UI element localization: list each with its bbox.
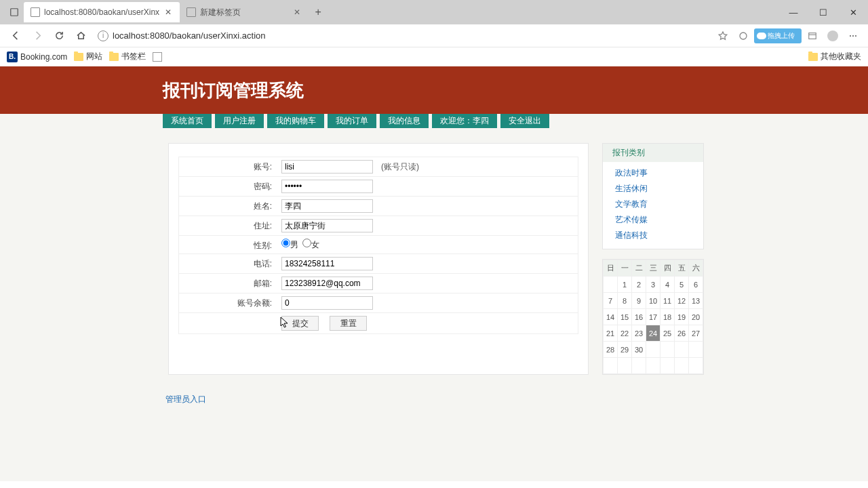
email-input[interactable] <box>281 277 373 290</box>
cal-day[interactable]: 4 <box>660 277 675 293</box>
category-item[interactable]: 生活休闲 <box>603 181 703 197</box>
label-email: 邮箱: <box>179 274 277 293</box>
folder-icon <box>74 53 83 61</box>
svg-point-1 <box>740 33 747 39</box>
cal-day[interactable]: 16 <box>632 309 646 325</box>
url-input[interactable]: i localhost:8080/baokan/userXinxi.action <box>92 26 712 45</box>
cal-day[interactable]: 11 <box>660 293 675 309</box>
cal-day[interactable]: 27 <box>689 325 703 342</box>
tab-1[interactable]: 新建标签页 ✕ <box>180 2 309 22</box>
submit-button[interactable]: 提交 <box>281 316 319 331</box>
cal-day[interactable]: 13 <box>689 293 703 309</box>
cal-day[interactable]: 1 <box>618 277 632 293</box>
booking-icon: B. <box>7 52 18 62</box>
back-button[interactable] <box>5 26 26 46</box>
url-bar: i localhost:8080/baokan/userXinxi.action… <box>0 24 868 47</box>
cal-day[interactable]: 21 <box>604 325 618 342</box>
favorites-icon[interactable] <box>713 26 732 45</box>
tab-title: localhost:8080/baokan/userXinx <box>44 7 159 17</box>
cal-day <box>632 358 646 374</box>
folder-icon <box>808 53 818 61</box>
cal-dow: 日 <box>604 260 618 277</box>
other-bookmarks[interactable]: 其他收藏夹 <box>808 51 861 62</box>
maximize-button[interactable]: ☐ <box>808 0 838 24</box>
category-item[interactable]: 文学教育 <box>603 197 703 212</box>
admin-link[interactable]: 管理员入口 <box>165 394 206 404</box>
cal-day[interactable]: 5 <box>675 277 689 293</box>
category-item[interactable]: 通信科技 <box>603 228 703 243</box>
new-tab-button[interactable]: + <box>309 3 328 22</box>
name-input[interactable] <box>281 199 373 213</box>
cal-day[interactable]: 19 <box>675 309 689 325</box>
address-input[interactable] <box>281 219 373 232</box>
cal-day[interactable]: 26 <box>675 325 689 342</box>
nav-register[interactable]: 用户注册 <box>215 114 264 128</box>
cloud-icon <box>757 33 766 39</box>
tab-actions-icon[interactable] <box>5 3 24 21</box>
extension-icon[interactable] <box>734 26 753 45</box>
cal-dow: 四 <box>660 260 675 277</box>
profile-icon[interactable] <box>823 26 842 45</box>
cal-day[interactable]: 7 <box>604 293 618 309</box>
close-button[interactable]: ✕ <box>838 0 868 24</box>
site-info-icon[interactable]: i <box>98 30 108 41</box>
balance-input[interactable] <box>281 296 373 310</box>
cal-dow: 六 <box>689 260 703 277</box>
bookmark-folder-1[interactable]: 网站 <box>74 51 102 62</box>
refresh-button[interactable] <box>49 26 69 46</box>
cal-day[interactable]: 10 <box>646 293 660 309</box>
cal-day[interactable]: 24 <box>646 325 660 342</box>
radio-female[interactable] <box>302 239 311 247</box>
radio-male[interactable] <box>281 239 290 247</box>
admin-link-wrap: 管理员入口 <box>165 394 868 405</box>
bookmark-page[interactable] <box>153 52 162 62</box>
home-button[interactable] <box>71 26 91 46</box>
collections-icon[interactable] <box>803 26 822 45</box>
label-phone: 电话: <box>179 254 277 273</box>
cal-day[interactable]: 20 <box>689 309 703 325</box>
category-header: 报刊类别 <box>603 144 703 162</box>
cal-day[interactable]: 15 <box>618 309 632 325</box>
gender-female[interactable]: 女 <box>302 239 319 251</box>
reset-button[interactable]: 重置 <box>330 316 367 331</box>
cal-day[interactable]: 23 <box>632 325 646 342</box>
cal-day[interactable]: 12 <box>675 293 689 309</box>
cal-day[interactable]: 14 <box>604 309 618 325</box>
cal-day[interactable]: 3 <box>646 277 660 293</box>
category-item[interactable]: 政法时事 <box>603 165 703 181</box>
nav-cart[interactable]: 我的购物车 <box>267 114 324 128</box>
url-text: localhost:8080/baokan/userXinxi.action <box>113 30 265 41</box>
nav-home[interactable]: 系统首页 <box>163 114 212 128</box>
nav-logout[interactable]: 安全退出 <box>500 114 549 128</box>
close-icon[interactable]: ✕ <box>292 7 302 17</box>
svg-point-3 <box>827 30 838 41</box>
nav-menu: 系统首页 用户注册 我的购物车 我的订单 我的信息 欢迎您：李四 安全退出 <box>0 114 868 131</box>
category-item[interactable]: 艺术传媒 <box>603 212 703 228</box>
cal-day[interactable]: 6 <box>689 277 703 293</box>
phone-input[interactable] <box>281 257 373 270</box>
cal-day[interactable]: 30 <box>632 342 646 358</box>
label-account: 账号: <box>179 157 277 176</box>
bookmark-folder-2[interactable]: 书签栏 <box>109 51 146 62</box>
cal-day[interactable]: 22 <box>618 325 632 342</box>
page-body: 报刊订阅管理系统 系统首页 用户注册 我的购物车 我的订单 我的信息 欢迎您：李… <box>0 66 868 481</box>
cal-day[interactable]: 17 <box>646 309 660 325</box>
cal-day[interactable]: 25 <box>660 325 675 342</box>
more-icon[interactable]: ⋯ <box>844 26 863 45</box>
cal-day[interactable]: 28 <box>604 342 618 358</box>
nav-orders[interactable]: 我的订单 <box>328 114 376 128</box>
tab-0[interactable]: localhost:8080/baokan/userXinx ✕ <box>24 2 180 22</box>
password-input[interactable] <box>281 180 373 193</box>
cal-day[interactable]: 9 <box>632 293 646 309</box>
bookmark-booking[interactable]: B.Booking.com <box>7 52 67 62</box>
cal-day[interactable]: 2 <box>632 277 646 293</box>
cloud-sync-badge[interactable]: 拖拽上传 <box>754 28 802 43</box>
cal-day[interactable]: 29 <box>618 342 632 358</box>
close-icon[interactable]: ✕ <box>163 7 173 17</box>
cal-day[interactable]: 18 <box>660 309 675 325</box>
minimize-button[interactable]: — <box>778 0 808 24</box>
cal-day[interactable]: 8 <box>618 293 632 309</box>
label-address: 住址: <box>179 216 277 235</box>
gender-male[interactable]: 男 <box>281 239 298 251</box>
nav-myinfo[interactable]: 我的信息 <box>380 114 429 128</box>
